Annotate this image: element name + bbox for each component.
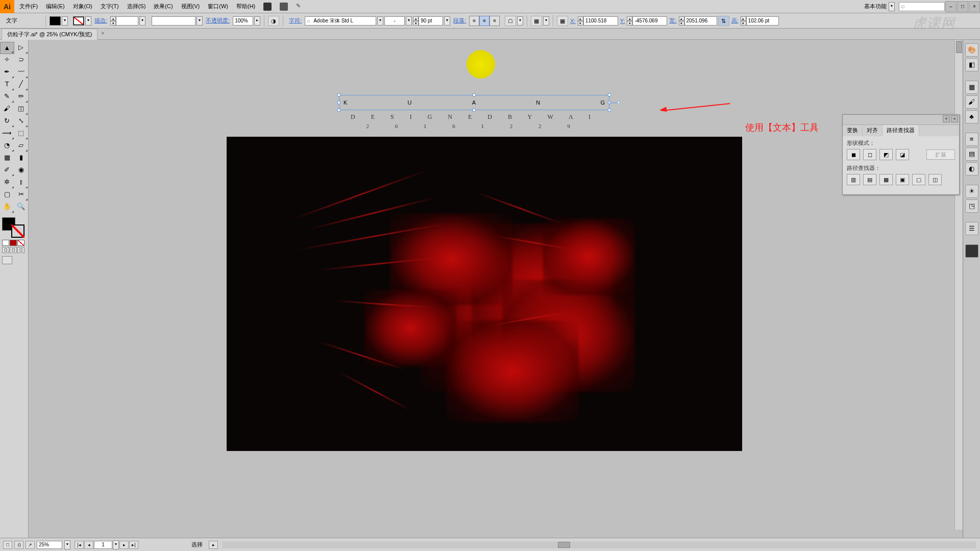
maximize-button[interactable]: □ [957, 1, 968, 12]
handle-tr[interactable] [608, 93, 611, 96]
mesh-tool[interactable]: ▦ [0, 152, 14, 164]
opacity-link[interactable]: 不透明度: [204, 17, 232, 24]
pencil-tool[interactable]: ✏ [14, 91, 29, 103]
stroke-preset-dd[interactable]: ▾ [139, 16, 145, 26]
eraser-tool[interactable]: ◫ [14, 103, 29, 115]
scale-tool[interactable]: ⤡ [14, 115, 29, 128]
tab-close-icon[interactable]: × [102, 31, 105, 36]
tab-pathfinder[interactable]: 路径查找器 [883, 125, 919, 136]
y-label[interactable]: Y: [619, 18, 626, 24]
lasso-tool[interactable]: ⊃ [14, 54, 29, 66]
align-center-button[interactable]: ≡ [479, 16, 489, 26]
transform-anchor-icon[interactable]: ▦ [557, 16, 568, 26]
feedback-icon[interactable]: ✎ [296, 3, 304, 11]
outline-button[interactable]: ▢ [912, 174, 925, 185]
w-input[interactable] [684, 16, 717, 26]
menu-view[interactable]: 视图(V) [178, 1, 203, 12]
last-artboard-button[interactable]: ▸| [129, 541, 138, 549]
prev-artboard-button[interactable]: ◂ [84, 541, 93, 549]
brushes-panel-icon[interactable]: 🖌 [965, 95, 978, 109]
draw-behind[interactable]: ◻ [10, 247, 17, 253]
blend-tool[interactable]: ◉ [14, 164, 29, 177]
menu-type[interactable]: 文字(T) [97, 1, 122, 12]
fill-swatch[interactable] [50, 16, 61, 26]
menu-window[interactable]: 窗口(W) [205, 1, 231, 12]
menu-file[interactable]: 文件(F) [16, 1, 41, 12]
crop-button[interactable]: ▣ [896, 174, 909, 185]
artboard-nav-icon[interactable]: □ [3, 541, 12, 549]
text-out-port[interactable] [617, 101, 620, 104]
divide-button[interactable]: ▥ [847, 174, 860, 185]
x-label[interactable]: X: [569, 18, 576, 24]
size-dd[interactable]: ▾ [444, 16, 450, 26]
menu-effect[interactable]: 效果(C) [151, 1, 176, 12]
search-input[interactable] [899, 2, 945, 11]
menu-object[interactable]: 对象(O) [70, 1, 95, 12]
first-artboard-button[interactable]: |◂ [75, 541, 84, 549]
align-right-button[interactable]: ≡ [489, 16, 500, 26]
tab-transform[interactable]: 变换 [843, 125, 863, 136]
handle-tl[interactable] [337, 93, 340, 96]
layers-panel-icon[interactable]: ☰ [965, 222, 978, 235]
handle-tm[interactable] [473, 93, 476, 96]
font-style-input[interactable] [384, 16, 405, 26]
vertical-scrollbar[interactable] [954, 40, 963, 530]
menu-help[interactable]: 帮助(H) [233, 1, 258, 12]
direct-selection-tool[interactable]: ▷ [14, 42, 28, 54]
menu-edit[interactable]: 编辑(E) [43, 1, 68, 12]
blob-brush-tool[interactable]: 🖌 [0, 103, 14, 115]
artboard-tool[interactable]: ▢ [0, 189, 14, 201]
swatch-none[interactable] [17, 240, 24, 246]
trim-button[interactable]: ▤ [863, 174, 876, 185]
fill-dd[interactable]: ▾ [62, 16, 68, 26]
opacity-input[interactable] [233, 16, 253, 26]
y-input[interactable] [632, 16, 667, 26]
color-guide-icon[interactable]: ◧ [965, 58, 978, 71]
width-tool[interactable]: ⟿ [0, 128, 14, 140]
minus-front-button[interactable]: ◻ [863, 149, 876, 160]
align-panel-icon[interactable]: ▦ [531, 16, 542, 26]
appearance-panel-icon[interactable]: ☀ [965, 185, 978, 198]
arrange-icon[interactable] [280, 3, 288, 11]
merge-button[interactable]: ▦ [879, 174, 893, 185]
opacity-dd[interactable]: ▸ [254, 16, 260, 26]
panel-collapse-icon[interactable]: « [943, 115, 950, 122]
zoom-tool[interactable]: 🔍 [14, 201, 29, 213]
shape-builder-tool[interactable]: ◔ [0, 140, 14, 152]
panel-header[interactable]: «× [843, 115, 959, 125]
status-menu-button[interactable]: ▸ [209, 541, 218, 549]
horizontal-scrollbar[interactable] [222, 541, 976, 548]
pen-tool[interactable]: ✒ [0, 66, 14, 79]
artboard-number[interactable]: 1 [94, 541, 112, 549]
hand-tool[interactable]: ✋ [0, 201, 14, 213]
bridge-icon[interactable] [263, 3, 272, 11]
graphic-styles-icon[interactable]: ◳ [965, 199, 978, 213]
brush-tool[interactable]: ✎ [0, 91, 14, 103]
vscroll-thumb[interactable] [956, 41, 962, 53]
exclude-button[interactable]: ◪ [896, 149, 909, 160]
curvature-tool[interactable]: 〰 [14, 66, 29, 79]
handle-ml[interactable] [337, 101, 340, 104]
h-label[interactable]: 高: [730, 17, 740, 24]
transparency-panel-icon[interactable]: ◐ [965, 162, 978, 176]
envelope-icon[interactable]: ☖ [505, 16, 516, 26]
minus-back-button[interactable]: ◫ [928, 174, 942, 185]
perspective-tool[interactable]: ▱ [14, 140, 29, 152]
stroke-swatch[interactable] [73, 16, 84, 26]
align-left-button[interactable]: ≡ [469, 16, 479, 26]
draw-inside[interactable]: ◻ [17, 247, 24, 253]
handle-bl[interactable] [337, 109, 340, 112]
gradient-panel-icon[interactable]: ▤ [965, 147, 978, 161]
brush-input[interactable] [152, 16, 195, 26]
color-control[interactable] [2, 217, 24, 238]
slice-tool[interactable]: ✂ [14, 189, 29, 201]
handle-bm[interactable] [473, 109, 476, 112]
line-tool[interactable]: ╱ [14, 79, 29, 91]
libraries-icon[interactable] [965, 244, 978, 258]
swatch-red[interactable] [10, 240, 17, 246]
stroke-weight-input[interactable] [116, 16, 138, 26]
stroke-panel-icon[interactable]: ≡ [965, 133, 978, 146]
magic-wand-tool[interactable]: ✧ [0, 54, 14, 66]
zoom-dd[interactable]: ▾ [64, 540, 70, 549]
h-input[interactable] [746, 16, 779, 26]
